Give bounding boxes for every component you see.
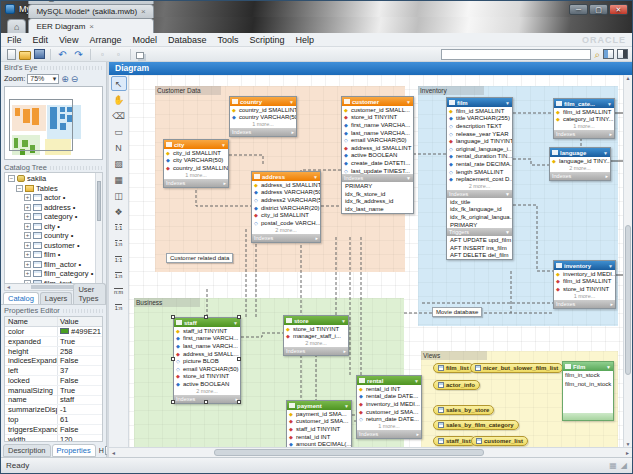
search-input[interactable]	[441, 49, 591, 60]
property-row-height[interactable]: height258	[5, 347, 102, 357]
entity-rental[interactable]: rental▼◆rental_id INT◆rental_date DATE..…	[356, 375, 422, 439]
open-model-icon[interactable]	[19, 51, 31, 60]
maximize-button[interactable]: ▢	[589, 4, 608, 15]
tree-expander-icon[interactable]: +	[24, 213, 31, 220]
view-customer_list[interactable]: customer_list	[471, 436, 528, 446]
section-expand-icon[interactable]: ▸	[609, 131, 612, 137]
entity-header[interactable]: rental▼	[357, 376, 421, 385]
tree-item-customer[interactable]: +customer •	[5, 241, 102, 251]
palette-table-tool[interactable]: ▦	[111, 172, 127, 187]
palette-rel-11-non-identifying-tool[interactable]: 1:1	[111, 220, 127, 235]
close-button[interactable]: ✕	[609, 4, 628, 15]
selection-handle[interactable]	[171, 357, 175, 361]
tree-item-actor[interactable]: +actor •	[5, 193, 102, 203]
canvas-hscrollbar[interactable]: ◄►	[109, 447, 632, 457]
diagram-canvas[interactable]: Customer DataInventoryBusinessViewscount…	[129, 75, 623, 447]
sidebar-left-toggle-icon[interactable]	[603, 49, 614, 59]
more-columns-label[interactable]: 1 more...	[554, 293, 615, 300]
section-expand-icon[interactable]: ▸	[605, 173, 608, 179]
tree-item-sakila[interactable]: −sakila	[5, 174, 102, 184]
section-expand-icon[interactable]: ▸	[315, 235, 318, 241]
minimize-button[interactable]: ─	[569, 4, 588, 15]
tree-item-film_text[interactable]: +film_text •	[5, 279, 102, 285]
collapse-icon[interactable]: ▼	[606, 364, 611, 370]
selection-handle[interactable]	[204, 315, 208, 319]
palette-rel-1n-identifying-tool[interactable]: 1:n	[111, 268, 127, 283]
tree-item-country[interactable]: +country •	[5, 231, 102, 241]
section-header-indexes[interactable]: Indexes▼	[342, 174, 413, 182]
entity-header[interactable]: inventory▼	[554, 261, 615, 270]
view-actor_info[interactable]: actor_info	[433, 380, 480, 390]
copy-icon[interactable]: ▫	[112, 49, 125, 60]
palette-hand-tool[interactable]: ✋	[111, 92, 127, 107]
tree-item-film[interactable]: +film •	[5, 250, 102, 260]
collapse-icon[interactable]: ▼	[414, 378, 419, 384]
entity-language[interactable]: language▼◆language_id TINY...2 more...In…	[549, 147, 611, 181]
palette-rel-nm-identifying-tool[interactable]: n:m	[111, 284, 127, 299]
tree-expander-icon[interactable]: +	[24, 251, 31, 258]
palette-layer-tool[interactable]: ▭	[111, 124, 127, 139]
tree-item-city[interactable]: +city •	[5, 222, 102, 232]
menu-item-arrange[interactable]: Arrange	[89, 35, 121, 45]
entity-address[interactable]: address▼◆address_id SMALLINT◆address VAR…	[251, 171, 321, 243]
entity-film_cate-[interactable]: film_cate...▼◆film_id SMALLINT◆category_…	[553, 98, 615, 139]
tree-expander-icon[interactable]: +	[24, 194, 31, 201]
tree-item-category[interactable]: +category •	[5, 212, 102, 222]
menu-item-scripting[interactable]: Scripting	[249, 35, 284, 45]
menu-item-model[interactable]: Model	[132, 35, 157, 45]
routine-group-header[interactable]: Film▼	[563, 362, 613, 371]
property-row-expanded[interactable]: expandedTrue	[5, 337, 102, 347]
relationship-line[interactable]	[229, 155, 263, 164]
entity-header[interactable]: payment▼	[287, 401, 351, 410]
menu-item-edit[interactable]: Edit	[33, 35, 49, 45]
save-model-icon[interactable]	[34, 49, 45, 59]
collapse-icon[interactable]: ▼	[406, 99, 411, 105]
selection-handle[interactable]	[204, 400, 208, 404]
tree-item-tables[interactable]: −Tables	[5, 184, 102, 194]
collapse-icon[interactable]: ▼	[344, 403, 349, 409]
relationship-line[interactable]	[196, 185, 251, 206]
tab-catalog[interactable]: Catalog	[3, 292, 39, 304]
tab-properties[interactable]: Properties	[52, 444, 96, 457]
search-icon[interactable]: ⌕	[594, 49, 600, 60]
property-row-indicesExpanded[interactable]: indicesExpandedFalse	[5, 356, 102, 366]
view-sales_by_film_category[interactable]: sales_by_film_category	[433, 420, 519, 430]
canvas-vscrollbar[interactable]: ▲▼	[623, 75, 632, 447]
menu-item-help[interactable]: Help	[296, 35, 315, 45]
entity-header[interactable]: staff▼	[174, 318, 240, 327]
collapse-icon[interactable]: ▼	[603, 150, 608, 156]
more-columns-label[interactable]: 1 more...	[164, 172, 228, 179]
view-film_list[interactable]: film_list	[433, 363, 474, 373]
more-columns-label[interactable]: 2 more...	[447, 183, 512, 190]
palette-rel-11-identifying-tool[interactable]: 1:1	[111, 252, 127, 267]
tree-expander-icon[interactable]: +	[24, 280, 31, 284]
section-header-indexes[interactable]: Indexes▸	[164, 179, 228, 187]
tree-expander-icon[interactable]: +	[24, 261, 31, 268]
entity-city[interactable]: city▼◆city_id SMALLINT◆city VARCHAR(50)◆…	[163, 139, 229, 188]
palette-routine-group-tool[interactable]: ❖	[111, 204, 127, 219]
palette-image-tool[interactable]: ▨	[111, 156, 127, 171]
collapse-icon[interactable]: ▼	[341, 318, 346, 324]
selection-handle[interactable]	[237, 315, 241, 319]
tree-expander-icon[interactable]: +	[24, 223, 31, 230]
section-header-indexes[interactable]: Indexes▸	[554, 130, 614, 138]
property-row-locked[interactable]: lockedFalse	[5, 376, 102, 386]
collapse-icon[interactable]: ▼	[607, 101, 612, 107]
routine-group-film[interactable]: Film▼film_in_stockfilm_not_in_stock	[562, 361, 614, 421]
entity-header[interactable]: film▼	[447, 98, 512, 107]
selection-handle[interactable]	[171, 400, 175, 404]
palette-eraser-tool[interactable]: ⌫	[111, 108, 127, 123]
entity-staff[interactable]: staff▼◆staff_id TINYINT◆first_name VARCH…	[173, 317, 241, 404]
entity-payment[interactable]: payment▼◆payment_id SMA...◆customer_id S…	[286, 400, 352, 447]
tree-expander-icon[interactable]: +	[24, 242, 31, 249]
tree-expander-icon[interactable]: −	[16, 185, 23, 192]
tree-expander-icon[interactable]: +	[24, 232, 31, 239]
palette-note-tool[interactable]: N	[111, 140, 127, 155]
selection-handle[interactable]	[237, 357, 241, 361]
section-header-indexes[interactable]: Indexes▸	[357, 430, 421, 438]
birdseye-minimap[interactable]	[4, 86, 103, 160]
sidebar-right-toggle-icon[interactable]	[617, 49, 628, 59]
entity-header[interactable]: language▼	[550, 148, 610, 157]
entity-header[interactable]: store▼	[284, 316, 348, 325]
view-staff_list[interactable]: staff_list	[433, 436, 476, 446]
